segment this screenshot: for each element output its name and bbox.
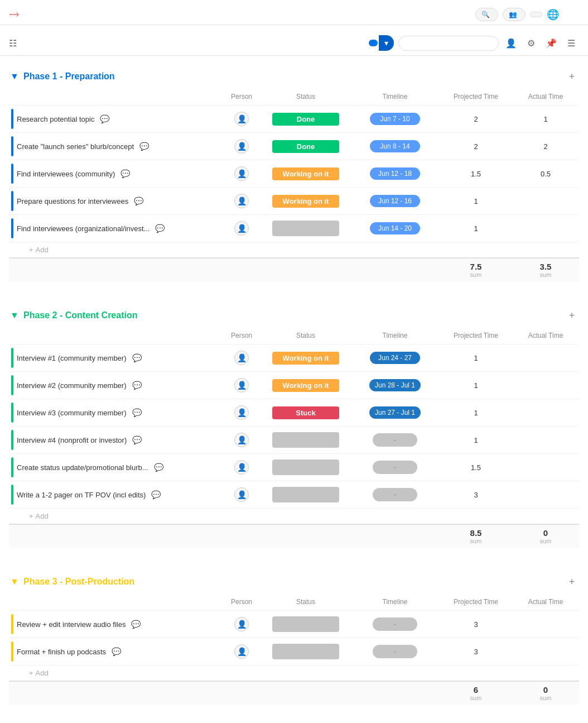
timeline-badge: Jun 12 - 16 [370, 195, 420, 207]
settings-icon[interactable]: ⚙ [523, 35, 539, 51]
comment-icon[interactable]: 💬 [132, 381, 142, 390]
add-row-3[interactable]: +Add [9, 665, 579, 681]
status-cell[interactable]: Working on it [261, 379, 350, 392]
status-badge: Working on it [272, 195, 339, 208]
phase-add-btn-3[interactable]: + [565, 574, 579, 589]
sum-empty-2 [222, 258, 261, 281]
avatar[interactable]: 👤 [234, 378, 249, 392]
col-projected-3: Projected Time [440, 596, 512, 608]
phase-bar [11, 218, 13, 238]
status-cell[interactable] [261, 644, 350, 659]
more-icon[interactable] [563, 7, 579, 22]
task-cell: Create status update/promotional blurb..… [9, 454, 222, 481]
sum-empty-3 [261, 525, 350, 548]
phase-title-3: Phase 3 - Post-Production [23, 577, 565, 587]
projected-cell: 1 [440, 224, 512, 233]
comment-icon[interactable]: 💬 [132, 408, 142, 417]
phase-bar [11, 485, 13, 505]
avatar[interactable]: 👤 [234, 460, 249, 475]
main-table-button[interactable] [20, 41, 32, 45]
share-badge[interactable]: 👥 [503, 8, 526, 21]
phase-bar [11, 191, 13, 211]
status-cell[interactable]: Working on it [261, 167, 350, 180]
comment-icon[interactable]: 💬 [131, 620, 141, 629]
task-name: Prepare questions for interviewees [17, 197, 128, 205]
add-row-1[interactable]: +Add [9, 242, 579, 257]
status-badge: Done [272, 113, 339, 126]
comment-icon[interactable]: 💬 [132, 353, 142, 362]
avatar[interactable]: 👤 [234, 194, 249, 208]
add-label: Add [36, 246, 49, 254]
actual-cell: 2 [512, 142, 579, 151]
avatar[interactable]: 👤 [234, 644, 249, 659]
avatar[interactable]: 👤 [234, 112, 249, 126]
col-actual-2: Actual Time [512, 329, 579, 342]
avatar[interactable]: 👤 [234, 487, 249, 502]
timeline-cell: - [350, 461, 440, 474]
comment-icon[interactable]: 💬 [151, 490, 161, 499]
status-cell[interactable] [261, 221, 350, 236]
col-headers-2: Person Status Timeline Projected Time Ac… [9, 327, 579, 344]
phase-toggle-1[interactable]: ▼ [9, 71, 20, 82]
avatar[interactable]: 👤 [234, 221, 249, 236]
sum-actual: 3.5 sum [512, 258, 579, 281]
comment-icon[interactable]: 💬 [134, 197, 143, 205]
comment-icon[interactable]: 💬 [155, 224, 165, 233]
globe-icon[interactable]: 🌐 [547, 8, 559, 21]
comment-icon[interactable]: 💬 [112, 647, 121, 656]
status-cell[interactable]: Done [261, 113, 350, 126]
status-cell[interactable] [261, 616, 350, 632]
phase-toggle-2[interactable]: ▼ [9, 310, 20, 321]
status-cell[interactable]: Working on it [261, 352, 350, 365]
comment-icon[interactable]: 💬 [121, 169, 130, 178]
phase-bar [11, 136, 13, 156]
col-status-3: Status [261, 596, 350, 608]
filter-icon[interactable]: ☰ [563, 35, 579, 51]
status-cell[interactable] [261, 487, 350, 502]
timeline-badge: - [373, 433, 417, 447]
phase-toggle-3[interactable]: ▼ [9, 576, 20, 587]
projected-cell: 3 [440, 648, 512, 656]
timeline-cell: - [350, 488, 440, 501]
col-projected-2: Projected Time [440, 329, 512, 342]
status-cell[interactable]: Working on it [261, 195, 350, 208]
person-cell: 👤 [222, 351, 261, 365]
pin-icon[interactable]: 📌 [543, 35, 559, 51]
status-badge: Working on it [272, 379, 339, 392]
search-input[interactable] [398, 36, 499, 51]
avatar[interactable]: 👤 [234, 351, 249, 365]
comment-icon[interactable]: 💬 [139, 142, 149, 151]
comment-icon[interactable]: 💬 [132, 435, 142, 444]
phase-section-2: ▼ Phase 2 - Content Creation + Person St… [0, 304, 588, 561]
add-row-2[interactable]: +Add [9, 509, 579, 524]
person-cell: 👤 [222, 617, 261, 631]
status-cell[interactable]: Stuck [261, 406, 350, 419]
comment-icon[interactable]: 💬 [100, 114, 109, 123]
status-cell[interactable] [261, 459, 350, 475]
status-cell[interactable] [261, 432, 350, 448]
status-badge: Working on it [272, 352, 339, 365]
new-item-button[interactable] [369, 40, 378, 46]
col-person-3: Person [222, 596, 261, 608]
guests-badge[interactable] [530, 12, 542, 17]
avatar[interactable]: 👤 [234, 405, 249, 420]
phase-add-btn-2[interactable]: + [565, 308, 579, 323]
phase-add-btn-1[interactable]: + [565, 69, 579, 84]
avatar[interactable]: 👤 [234, 166, 249, 181]
avatar[interactable]: 👤 [234, 617, 249, 631]
user-icon[interactable]: 👤 [503, 35, 519, 51]
timeline-cell: Jun 27 - Jul 1 [350, 406, 440, 419]
share-icon: 👥 [509, 11, 517, 18]
avatar[interactable]: 👤 [234, 433, 249, 447]
table-row: Review + edit interview audio files 💬 👤 … [9, 611, 579, 638]
projected-cell: 1 [440, 381, 512, 390]
search-badge[interactable]: 🔍 [475, 8, 498, 21]
task-cell: Interview #4 (nonprofit or investor) 💬 [9, 427, 222, 453]
col-task-2 [9, 333, 222, 338]
new-item-arrow-button[interactable]: ▾ [379, 35, 394, 51]
comment-icon[interactable]: 💬 [154, 463, 163, 472]
status-badge: Stuck [272, 406, 339, 419]
table-wrapper-1: Person Status Timeline Projected Time Ac… [0, 88, 588, 281]
avatar[interactable]: 👤 [234, 139, 249, 154]
status-cell[interactable]: Done [261, 140, 350, 153]
